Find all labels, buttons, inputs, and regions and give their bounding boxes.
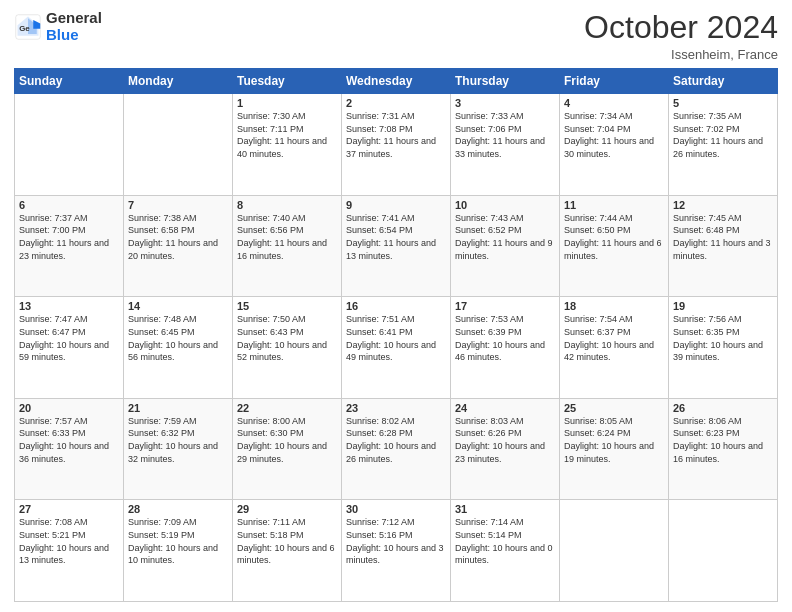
calendar-cell: 19Sunrise: 7:56 AM Sunset: 6:35 PM Dayli…: [669, 297, 778, 399]
calendar-cell: 14Sunrise: 7:48 AM Sunset: 6:45 PM Dayli…: [124, 297, 233, 399]
day-number: 28: [128, 503, 228, 515]
day-info: Sunrise: 8:03 AM Sunset: 6:26 PM Dayligh…: [455, 415, 555, 465]
svg-text:Ge: Ge: [19, 23, 30, 32]
calendar-cell: 28Sunrise: 7:09 AM Sunset: 5:19 PM Dayli…: [124, 500, 233, 602]
day-info: Sunrise: 7:48 AM Sunset: 6:45 PM Dayligh…: [128, 313, 228, 363]
calendar-cell: 23Sunrise: 8:02 AM Sunset: 6:28 PM Dayli…: [342, 398, 451, 500]
day-info: Sunrise: 7:08 AM Sunset: 5:21 PM Dayligh…: [19, 516, 119, 566]
day-info: Sunrise: 7:44 AM Sunset: 6:50 PM Dayligh…: [564, 212, 664, 262]
calendar-cell: 9Sunrise: 7:41 AM Sunset: 6:54 PM Daylig…: [342, 195, 451, 297]
calendar-cell: 16Sunrise: 7:51 AM Sunset: 6:41 PM Dayli…: [342, 297, 451, 399]
day-info: Sunrise: 7:53 AM Sunset: 6:39 PM Dayligh…: [455, 313, 555, 363]
calendar-cell: 31Sunrise: 7:14 AM Sunset: 5:14 PM Dayli…: [451, 500, 560, 602]
day-number: 16: [346, 300, 446, 312]
day-number: 15: [237, 300, 337, 312]
calendar-cell: 24Sunrise: 8:03 AM Sunset: 6:26 PM Dayli…: [451, 398, 560, 500]
day-info: Sunrise: 7:43 AM Sunset: 6:52 PM Dayligh…: [455, 212, 555, 262]
day-info: Sunrise: 7:34 AM Sunset: 7:04 PM Dayligh…: [564, 110, 664, 160]
day-info: Sunrise: 7:57 AM Sunset: 6:33 PM Dayligh…: [19, 415, 119, 465]
logo: Ge General Blue: [14, 10, 102, 43]
day-number: 13: [19, 300, 119, 312]
day-number: 7: [128, 199, 228, 211]
calendar-week-row: 6Sunrise: 7:37 AM Sunset: 7:00 PM Daylig…: [15, 195, 778, 297]
calendar-cell: 20Sunrise: 7:57 AM Sunset: 6:33 PM Dayli…: [15, 398, 124, 500]
day-number: 24: [455, 402, 555, 414]
day-number: 12: [673, 199, 773, 211]
day-info: Sunrise: 7:37 AM Sunset: 7:00 PM Dayligh…: [19, 212, 119, 262]
weekday-header-row: SundayMondayTuesdayWednesdayThursdayFrid…: [15, 69, 778, 94]
day-info: Sunrise: 7:11 AM Sunset: 5:18 PM Dayligh…: [237, 516, 337, 566]
calendar-cell: 8Sunrise: 7:40 AM Sunset: 6:56 PM Daylig…: [233, 195, 342, 297]
calendar-cell: 5Sunrise: 7:35 AM Sunset: 7:02 PM Daylig…: [669, 94, 778, 196]
day-number: 5: [673, 97, 773, 109]
day-info: Sunrise: 7:31 AM Sunset: 7:08 PM Dayligh…: [346, 110, 446, 160]
title-block: October 2024 Issenheim, France: [584, 10, 778, 62]
day-info: Sunrise: 7:47 AM Sunset: 6:47 PM Dayligh…: [19, 313, 119, 363]
day-number: 3: [455, 97, 555, 109]
calendar-week-row: 13Sunrise: 7:47 AM Sunset: 6:47 PM Dayli…: [15, 297, 778, 399]
calendar-cell: 15Sunrise: 7:50 AM Sunset: 6:43 PM Dayli…: [233, 297, 342, 399]
calendar-cell: [560, 500, 669, 602]
calendar-cell: 27Sunrise: 7:08 AM Sunset: 5:21 PM Dayli…: [15, 500, 124, 602]
day-number: 23: [346, 402, 446, 414]
calendar-cell: [15, 94, 124, 196]
calendar-cell: 22Sunrise: 8:00 AM Sunset: 6:30 PM Dayli…: [233, 398, 342, 500]
day-info: Sunrise: 7:09 AM Sunset: 5:19 PM Dayligh…: [128, 516, 228, 566]
calendar-cell: 29Sunrise: 7:11 AM Sunset: 5:18 PM Dayli…: [233, 500, 342, 602]
day-number: 21: [128, 402, 228, 414]
calendar-week-row: 27Sunrise: 7:08 AM Sunset: 5:21 PM Dayli…: [15, 500, 778, 602]
day-info: Sunrise: 7:45 AM Sunset: 6:48 PM Dayligh…: [673, 212, 773, 262]
calendar-week-row: 20Sunrise: 7:57 AM Sunset: 6:33 PM Dayli…: [15, 398, 778, 500]
day-info: Sunrise: 7:54 AM Sunset: 6:37 PM Dayligh…: [564, 313, 664, 363]
day-number: 9: [346, 199, 446, 211]
day-info: Sunrise: 8:02 AM Sunset: 6:28 PM Dayligh…: [346, 415, 446, 465]
day-number: 11: [564, 199, 664, 211]
calendar-cell: 13Sunrise: 7:47 AM Sunset: 6:47 PM Dayli…: [15, 297, 124, 399]
header: Ge General Blue October 2024 Issenheim, …: [14, 10, 778, 62]
day-info: Sunrise: 7:14 AM Sunset: 5:14 PM Dayligh…: [455, 516, 555, 566]
day-info: Sunrise: 7:59 AM Sunset: 6:32 PM Dayligh…: [128, 415, 228, 465]
day-info: Sunrise: 7:51 AM Sunset: 6:41 PM Dayligh…: [346, 313, 446, 363]
logo-general-text: General: [46, 9, 102, 26]
day-info: Sunrise: 7:35 AM Sunset: 7:02 PM Dayligh…: [673, 110, 773, 160]
day-info: Sunrise: 7:33 AM Sunset: 7:06 PM Dayligh…: [455, 110, 555, 160]
day-number: 4: [564, 97, 664, 109]
weekday-header-wednesday: Wednesday: [342, 69, 451, 94]
calendar-week-row: 1Sunrise: 7:30 AM Sunset: 7:11 PM Daylig…: [15, 94, 778, 196]
weekday-header-saturday: Saturday: [669, 69, 778, 94]
day-info: Sunrise: 7:56 AM Sunset: 6:35 PM Dayligh…: [673, 313, 773, 363]
day-number: 25: [564, 402, 664, 414]
calendar-cell: 30Sunrise: 7:12 AM Sunset: 5:16 PM Dayli…: [342, 500, 451, 602]
day-number: 30: [346, 503, 446, 515]
calendar-cell: 6Sunrise: 7:37 AM Sunset: 7:00 PM Daylig…: [15, 195, 124, 297]
logo-blue-text: Blue: [46, 26, 79, 43]
weekday-header-monday: Monday: [124, 69, 233, 94]
day-number: 17: [455, 300, 555, 312]
day-number: 19: [673, 300, 773, 312]
day-number: 14: [128, 300, 228, 312]
weekday-header-sunday: Sunday: [15, 69, 124, 94]
weekday-header-friday: Friday: [560, 69, 669, 94]
calendar-cell: 2Sunrise: 7:31 AM Sunset: 7:08 PM Daylig…: [342, 94, 451, 196]
calendar-cell: 1Sunrise: 7:30 AM Sunset: 7:11 PM Daylig…: [233, 94, 342, 196]
logo-icon: Ge: [14, 13, 42, 41]
location: Issenheim, France: [584, 47, 778, 62]
calendar-cell: 4Sunrise: 7:34 AM Sunset: 7:04 PM Daylig…: [560, 94, 669, 196]
calendar-cell: 11Sunrise: 7:44 AM Sunset: 6:50 PM Dayli…: [560, 195, 669, 297]
calendar-cell: 10Sunrise: 7:43 AM Sunset: 6:52 PM Dayli…: [451, 195, 560, 297]
month-title: October 2024: [584, 10, 778, 45]
weekday-header-tuesday: Tuesday: [233, 69, 342, 94]
day-info: Sunrise: 7:50 AM Sunset: 6:43 PM Dayligh…: [237, 313, 337, 363]
day-number: 8: [237, 199, 337, 211]
weekday-header-thursday: Thursday: [451, 69, 560, 94]
day-info: Sunrise: 7:41 AM Sunset: 6:54 PM Dayligh…: [346, 212, 446, 262]
day-number: 31: [455, 503, 555, 515]
calendar-cell: 26Sunrise: 8:06 AM Sunset: 6:23 PM Dayli…: [669, 398, 778, 500]
calendar-cell: 3Sunrise: 7:33 AM Sunset: 7:06 PM Daylig…: [451, 94, 560, 196]
day-info: Sunrise: 7:40 AM Sunset: 6:56 PM Dayligh…: [237, 212, 337, 262]
day-number: 27: [19, 503, 119, 515]
day-number: 1: [237, 97, 337, 109]
day-number: 26: [673, 402, 773, 414]
calendar-cell: [669, 500, 778, 602]
calendar-cell: 7Sunrise: 7:38 AM Sunset: 6:58 PM Daylig…: [124, 195, 233, 297]
